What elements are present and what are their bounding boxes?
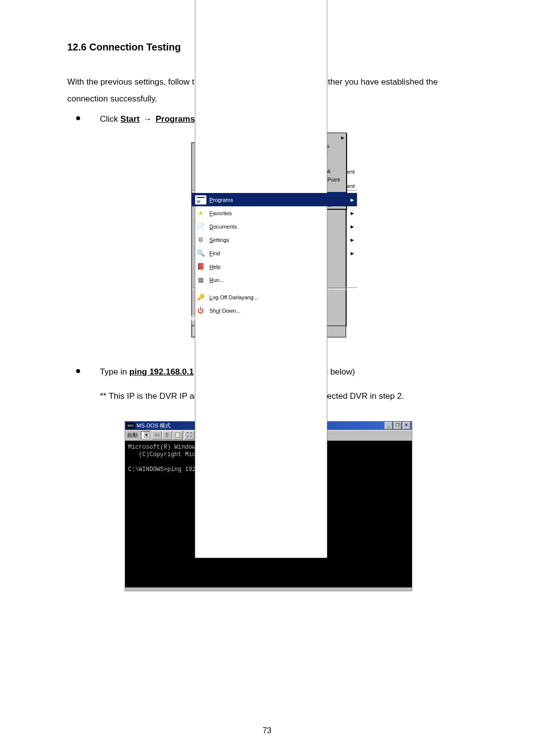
find-icon: 🔍 [195,248,207,258]
menu-label: Settings [210,237,229,243]
dos-statusbar [125,587,412,591]
menu-label: Documents [210,224,237,230]
page-number: 73 [0,726,534,735]
menu-label: Help [210,264,221,270]
bullet-dot-icon [76,369,80,373]
bullet1-prefix: Click [100,114,121,124]
menu-logoff[interactable]: 🔑 Log Off Darlayang... [192,290,357,304]
menu-favorites[interactable]: ★ Favorites ▶ [192,206,357,220]
submenu-arrow-icon: ▶ [351,224,354,229]
arrow-icon: → [142,114,153,124]
bullet2-prefix: Type in [100,367,130,377]
toolbar-btn[interactable]: 📋 [173,431,182,440]
favorites-icon: ★ [195,208,207,218]
run-icon: ▦ [195,275,207,285]
submenu-arrow-icon: ▶ [351,237,354,242]
menu-help[interactable]: 📕 Help [192,260,357,273]
figure-start-menu: 📁 Accessories ▶ 🔑 Microsoft Access 📎 Mic… [191,142,346,337]
toolbar-btn[interactable]: ▭ [152,431,162,440]
submenu-arrow-icon: ▶ [351,211,354,216]
toolbar-btn[interactable]: ▯ [162,431,172,440]
menu-documents[interactable]: 📄 Documents ▶ [192,220,357,233]
toolbar-btn[interactable]: ⛶ [184,431,194,440]
logoff-icon: 🔑 [195,292,207,302]
menu-run[interactable]: ▦ Run... [192,273,357,286]
toolbar-label: 自動 [127,431,138,439]
menu-label: Programs [210,197,233,203]
help-icon: 📕 [195,262,207,272]
shutdown-icon: ⏻ [195,306,207,316]
menu-label: Shut Down... [210,308,241,314]
menu-shutdown[interactable]: ⏻ Shut Down... [192,304,357,317]
programs-icon [195,195,207,205]
documents-icon: 📄 [195,222,207,232]
submenu-arrow-icon: ▶ [351,197,354,202]
minimize-button[interactable]: _ [385,422,393,429]
submenu-arrow-icon: ▶ [341,135,344,140]
bullet1-start: Start [121,114,140,124]
font-size-combo[interactable] [141,431,150,439]
bullet2-command: ping 192.168.0.1 [130,367,194,377]
menu-label: Find [210,250,220,256]
menu-label: Log Off Darlayang... [210,294,258,300]
settings-icon: ⚙ [195,235,207,245]
maximize-button[interactable]: ❐ [394,422,401,429]
menu-label: Favorites [210,210,232,216]
bullet1-programs: Programs [156,114,195,124]
menu-programs[interactable]: Programs ▶ [192,193,357,206]
submenu-arrow-icon: ▶ [351,251,354,256]
start-menu: Windows98 🌐 Windows Update ▤ New Office … [191,142,346,326]
menu-label: Run... [210,277,224,283]
bullet-dot-icon [76,116,80,120]
msdos-title-icon: MS [127,423,134,428]
menu-find[interactable]: 🔍 Find ▶ [192,246,357,260]
close-button[interactable]: ✕ [402,422,410,429]
menu-settings[interactable]: ⚙ Settings ▶ [192,233,357,246]
